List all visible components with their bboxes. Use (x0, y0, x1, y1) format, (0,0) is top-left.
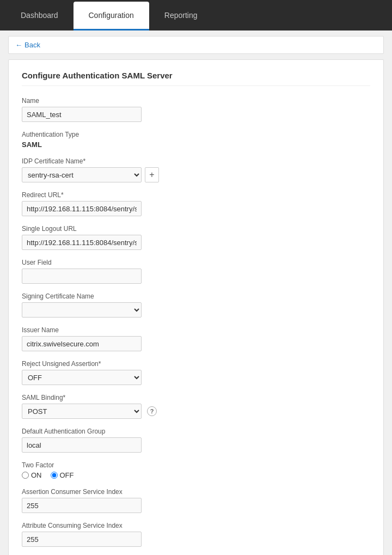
reject-unsigned-select[interactable]: OFF ON (22, 370, 142, 385)
back-label: Back (24, 41, 40, 49)
idp-cert-select[interactable]: sentry-rsa-cert (22, 167, 142, 182)
attribute-consuming-input[interactable] (22, 532, 142, 547)
two-factor-on-text: ON (31, 471, 42, 479)
two-factor-radio-group: ON OFF (22, 471, 370, 479)
single-logout-input[interactable] (22, 235, 142, 250)
saml-binding-help-icon[interactable]: ? (147, 406, 157, 416)
two-factor-off-radio[interactable] (51, 472, 58, 479)
user-field-group: User Field (22, 259, 370, 284)
redirect-url-group: Redirect URL* (22, 191, 370, 216)
issuer-name-input[interactable] (22, 336, 142, 351)
saml-binding-select[interactable]: POST REDIRECT (22, 404, 142, 419)
content-area: ← Back Configure Authentication SAML Ser… (0, 31, 392, 555)
idp-cert-row: sentry-rsa-cert + (22, 167, 370, 182)
user-field-label: User Field (22, 259, 370, 266)
saml-binding-label: SAML Binding* (22, 394, 370, 401)
default-auth-group-group: Default Authentication Group (22, 428, 370, 453)
tab-dashboard[interactable]: Dashboard (5, 2, 74, 31)
reject-unsigned-group: Reject Unsigned Assertion* OFF ON (22, 360, 370, 385)
two-factor-group: Two Factor ON OFF (22, 461, 370, 479)
attribute-consuming-group: Attribute Consuming Service Index (22, 522, 370, 547)
top-navigation: Dashboard Configuration Reporting (0, 0, 392, 31)
redirect-url-input[interactable] (22, 201, 142, 216)
back-arrow-icon: ← (15, 41, 22, 49)
auth-type-group: Authentication Type SAML (22, 131, 370, 149)
name-input[interactable] (22, 107, 142, 122)
two-factor-label: Two Factor (22, 461, 370, 469)
saml-binding-row: POST REDIRECT ? (22, 404, 370, 419)
name-label: Name (22, 97, 370, 105)
signing-cert-label: Signing Certificate Name (22, 292, 370, 300)
idp-cert-group: IDP Certificate Name* sentry-rsa-cert + (22, 157, 370, 182)
back-link[interactable]: ← Back (15, 41, 40, 49)
single-logout-label: Single Logout URL (22, 225, 370, 233)
add-cert-button[interactable]: + (145, 167, 159, 182)
tab-configuration[interactable]: Configuration (74, 2, 149, 31)
idp-cert-label: IDP Certificate Name* (22, 157, 370, 165)
redirect-url-label: Redirect URL* (22, 191, 370, 199)
form-card: Configure Authentication SAML Server Nam… (8, 59, 384, 555)
signing-cert-group: Signing Certificate Name (22, 292, 370, 318)
signing-cert-select[interactable] (22, 302, 142, 318)
reject-unsigned-label: Reject Unsigned Assertion* (22, 360, 370, 368)
default-auth-group-input[interactable] (22, 437, 142, 453)
auth-type-label: Authentication Type (22, 131, 370, 138)
single-logout-group: Single Logout URL (22, 225, 370, 250)
issuer-name-group: Issuer Name (22, 326, 370, 351)
two-factor-off-label[interactable]: OFF (51, 471, 74, 479)
attribute-consuming-label: Attribute Consuming Service Index (22, 522, 370, 529)
tab-reporting[interactable]: Reporting (149, 2, 213, 31)
back-bar: ← Back (8, 36, 384, 54)
two-factor-on-radio[interactable] (22, 472, 29, 479)
two-factor-off-text: OFF (60, 471, 74, 479)
two-factor-on-label[interactable]: ON (22, 471, 42, 479)
saml-binding-group: SAML Binding* POST REDIRECT ? (22, 394, 370, 419)
default-auth-group-label: Default Authentication Group (22, 428, 370, 435)
assertion-consumer-label: Assertion Consumer Service Index (22, 488, 370, 496)
assertion-consumer-group: Assertion Consumer Service Index (22, 488, 370, 513)
name-group: Name (22, 97, 370, 122)
assertion-consumer-input[interactable] (22, 498, 142, 513)
auth-type-value: SAML (22, 141, 42, 149)
issuer-name-label: Issuer Name (22, 326, 370, 334)
card-title: Configure Authentication SAML Server (22, 71, 370, 86)
user-field-input[interactable] (22, 269, 142, 284)
